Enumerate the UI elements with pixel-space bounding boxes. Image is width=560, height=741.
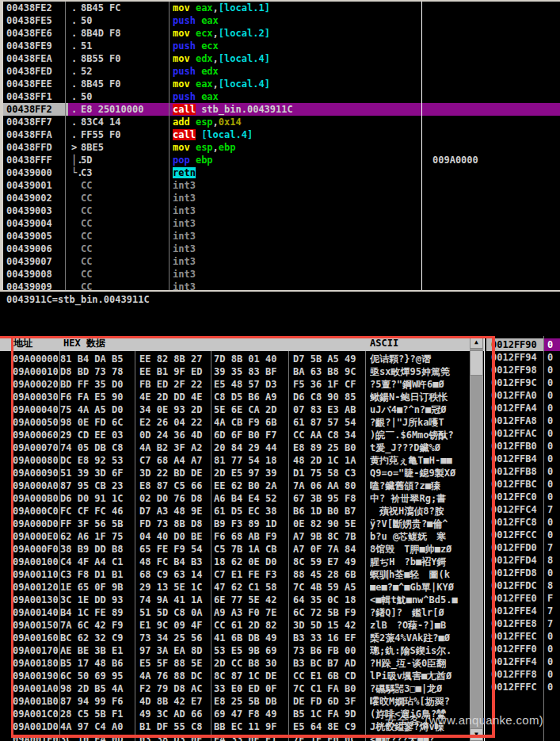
address-cell: 00438FFA <box>6 128 52 141</box>
stack-row[interactable]: 0012FFC80 <box>484 516 560 529</box>
dump-row[interactable]: 09A001A098 2D B5 4AF2 79 D8 AC33 E0 ED 0… <box>0 682 484 695</box>
stack-row[interactable]: 0012FFBC0 <box>484 478 560 491</box>
dump-row[interactable]: 09A0000081 B4 DA B5EE 82 8B 277D 8B 01 4… <box>0 353 484 365</box>
dump-row[interactable]: 09A00180B5 17 48 B6E5 5F 88 5E2D CC B8 3… <box>0 657 484 670</box>
disasm-row[interactable]: 00438FE6.8B4D F8mov ecx,[local.2] <box>0 27 560 40</box>
disasm-row[interactable]: 00438FFA.FF55 F0call [local.4] <box>0 128 560 141</box>
stack-row[interactable]: 0012FF980 <box>484 364 560 376</box>
dump-row[interactable]: 09A00110C3 F8 D1 B168 C9 63 14C7 E1 FE F… <box>0 568 484 581</box>
stack-row[interactable]: 0012FFA80 <box>484 414 560 427</box>
dump-row[interactable]: 09A001507A 6C 42 F9E1 9C 09 4FCC 61 2D 8… <box>0 619 484 632</box>
analysis-mark: . <box>71 128 77 141</box>
stack-row[interactable]: 0012FFFC0 <box>484 681 560 693</box>
dump-row[interactable]: 09A000D0FF 3F 56 5BFD 73 8B D8B9 F3 89 1… <box>0 518 484 530</box>
stack-row[interactable]: 0012FF940 <box>484 351 560 364</box>
disasm-row[interactable]: 00438FEA.8B55 F0mov edx,[local.4] <box>0 52 560 65</box>
disasm-row[interactable]: 00438FFD>8BE5mov esp,ebp <box>0 141 560 154</box>
stack-panel[interactable]: 0012FF9000012FF9400012FF9800012FF9C00012… <box>484 336 560 741</box>
disasm-row[interactable]: 00438FFF│.5Dpop ebp009A0000 <box>0 154 560 166</box>
stack-row[interactable]: 0012FFE87 <box>484 617 560 630</box>
stack-row[interactable]: 0012FF9C0 <box>484 376 560 389</box>
instruction-token: int3 <box>173 243 196 254</box>
disasm-row[interactable]: 00439001CCint3 <box>0 179 560 192</box>
stack-row[interactable]: 0012FFA00 <box>484 389 560 402</box>
disasm-row[interactable]: 00439007CCint3 <box>0 255 560 268</box>
annotation-rectangle-right <box>492 336 495 738</box>
dump-row[interactable]: 09A000F038 B9 DD B865 FE F9 54C5 7B 1A C… <box>0 543 484 556</box>
stack-row[interactable]: 0012FFE0F <box>484 592 560 605</box>
disassembly-panel[interactable]: 00438FE2.8B45 FCmov eax,[local.1]00438FE… <box>0 2 560 290</box>
dump-row[interactable]: 09A001906C 50 69 954A 76 88 DC8C 87 1C D… <box>0 670 484 682</box>
disasm-row[interactable]: 00439000└.C3retn <box>0 166 560 179</box>
disasm-row[interactable]: 00439005CCint3 <box>0 230 560 243</box>
disasm-row[interactable]: 00438FF2.E8 25010000call stb_bin.0043911… <box>0 103 560 116</box>
stack-row[interactable]: 0012FF900 <box>484 338 560 351</box>
disasm-row[interactable]: 00439004CCint3 <box>0 217 560 230</box>
stack-row[interactable]: 0012FFF80 <box>484 668 560 681</box>
dump-row[interactable]: 09A000E062 A6 1F 7504 40 D0 BEF6 68 AB F… <box>0 530 484 543</box>
stack-row[interactable]: 0012FFC47 <box>484 503 560 516</box>
hex-dump-panel[interactable]: 09A0000081 B4 DA B5EE 82 8B 277D 8B 01 4… <box>0 351 484 741</box>
dump-row[interactable]: 09A0005098 0E FD 6CE2 26 04 224A CB F9 6… <box>0 416 484 429</box>
disasm-row[interactable]: 00438FE9.51push ecx <box>0 40 560 52</box>
stack-row[interactable]: 0012FFC00 <box>484 491 560 503</box>
stack-row[interactable]: 0012FFD07 <box>484 541 560 554</box>
dump-row[interactable]: 09A00080DC E8 92 53C7 68 A4 A781 77 54 1… <box>0 454 484 467</box>
stack-address: 0012FFD4 <box>491 554 537 567</box>
disasm-row[interactable]: 00438FF1.50push eax <box>0 90 560 103</box>
dump-row[interactable]: 09A0006029 CD EE 030D 24 36 4D6D 6F B0 F… <box>0 429 484 441</box>
stack-row[interactable]: 0012FFA40 <box>484 402 560 414</box>
disasm-row[interactable]: 00438FE5.50push eax <box>0 14 560 27</box>
disasm-row[interactable]: 00439008CCint3 <box>0 268 560 281</box>
dump-row[interactable]: 09A00030F6 FA E5 904E 2D DD 4EC8 D5 B6 A… <box>0 391 484 403</box>
dump-row[interactable]: 09A000B0D6 D0 91 1C02 D0 76 D8A6 B4 E4 5… <box>0 492 484 505</box>
dump-address: 09A00050 <box>13 416 59 429</box>
stack-row[interactable]: 0012FFEC0 <box>484 630 560 643</box>
disasm-row[interactable]: 00438FF7.83C4 14add esp,0x14 <box>0 116 560 128</box>
stack-row[interactable]: 0012FFDC8 <box>484 579 560 592</box>
address-cell: 00438FE2 <box>6 2 52 14</box>
disasm-row[interactable]: 00438FED.52push edx <box>0 65 560 78</box>
dump-row[interactable]: 09A00170AE BE 3B E197 3A EA 8D53 E5 9B 6… <box>0 644 484 657</box>
instruction-token: , <box>213 2 219 13</box>
stack-row[interactable]: 0012FFF00 <box>484 643 560 655</box>
dump-address: 09A00040 <box>13 403 59 416</box>
disasm-row[interactable]: 00439002CCint3 <box>0 192 560 204</box>
dump-row[interactable]: 09A001B087 94 99 F64D 8B 42 E7E8 25 5B D… <box>0 695 484 708</box>
stack-row[interactable]: 0012FFD48 <box>484 554 560 567</box>
stack-row[interactable]: 0012FFE47 <box>484 605 560 617</box>
dump-row[interactable]: 09A001201E 65 0F 9B29 13 5E 1C47 62 C1 5… <box>0 581 484 594</box>
dump-row[interactable]: 09A000C0FC CF FC 46D7 A3 48 9E61 D5 EC 3… <box>0 505 484 518</box>
dump-row[interactable]: 09A00160BC 62 32 C973 34 25 5641 6B DB 4… <box>0 632 484 644</box>
disasm-row[interactable]: 00438FE2.8B45 FCmov eax,[local.1] <box>0 2 560 14</box>
hex-bytes-group: 7D 8B 01 40 <box>214 353 276 365</box>
stack-row[interactable]: 0012FFF40 <box>484 655 560 668</box>
dump-address: 09A00100 <box>13 556 59 568</box>
ascii-text: 螟驯h荃■轻 圖(k <box>370 568 470 581</box>
dump-row[interactable]: 09A0009051 39 3D 6F3D 22 BD DE2D E5 97 3… <box>0 467 484 479</box>
stack-address: 0012FF98 <box>491 364 537 376</box>
scrollbar-thumb[interactable] <box>470 350 483 376</box>
address-cell: 00438FEA <box>6 52 52 65</box>
stack-row[interactable]: 0012FFB00 <box>484 440 560 453</box>
disasm-row[interactable]: 00438FEE.8B45 F0mov eax,[local.4] <box>0 78 560 90</box>
stack-row[interactable]: 0012FFAC0 <box>484 427 560 440</box>
dump-row[interactable]: 09A0007074 05 DB C84A B2 3F A220 84 29 4… <box>0 441 484 454</box>
disasm-row[interactable]: 00439003CCint3 <box>0 204 560 217</box>
dump-scrollbar[interactable]: ▲ ▼ <box>470 336 483 741</box>
dump-row[interactable]: 09A000A087 95 CB 23E8 87 C5 66EE 62 B0 2… <box>0 479 484 492</box>
hex-bytes-group: D8 BD 73 78 <box>60 365 123 378</box>
stack-row[interactable]: 0012FFD80 <box>484 567 560 579</box>
dump-row[interactable]: 09A001303C 1E DD 9374 9A 41 1A6E 77 5E 4… <box>0 594 484 606</box>
dump-row[interactable]: 09A0004075 4A A5 D034 0E 93 2D5E 6E CA 2… <box>0 403 484 416</box>
dump-row[interactable]: 09A00100C4 4F A4 C148 FC B4 B318 62 0E D… <box>0 556 484 568</box>
dump-row[interactable]: 09A00020BD FF 35 D0FB ED 2F 22E5 48 57 D… <box>0 378 484 391</box>
disasm-row[interactable]: 00439009CCint3 <box>0 281 560 290</box>
opcode-bytes: 50 <box>81 14 92 27</box>
stack-row[interactable]: 0012FFB40 <box>484 453 560 465</box>
dump-row[interactable]: 09A00140B4 1C FE 8951 5D C8 0AA9 A3 F0 7… <box>0 606 484 619</box>
disasm-row[interactable]: 00439006CCint3 <box>0 243 560 255</box>
dump-row[interactable]: 09A00010D8 BD 73 78EE B1 9F ED39 35 83 B… <box>0 365 484 378</box>
stack-row[interactable]: 0012FFB80 <box>484 465 560 478</box>
stack-row[interactable]: 0012FFCC0 <box>484 529 560 541</box>
